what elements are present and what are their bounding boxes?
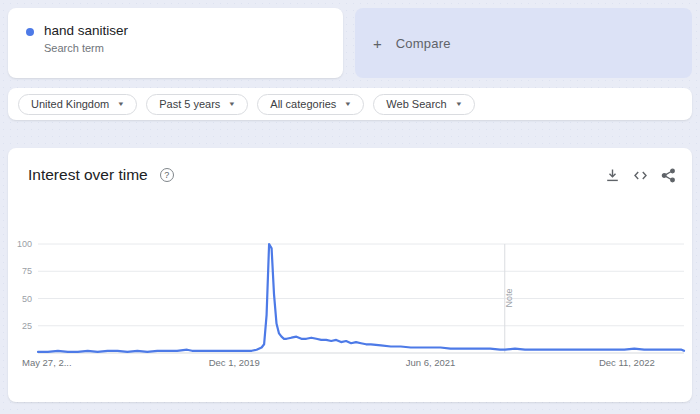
search-term-card[interactable]: hand sanitiser Search term — [8, 8, 343, 78]
add-comparison-button[interactable]: + Compare — [355, 8, 692, 78]
category-filter-label: All categories — [270, 98, 336, 110]
search-term-label: hand sanitiser — [44, 22, 128, 40]
interest-over-time-card: Interest over time ? — [8, 148, 692, 402]
svg-text:75: 75 — [22, 266, 32, 276]
compare-label: Compare — [396, 36, 451, 51]
search-type-filter-dropdown[interactable]: Web Search ▼ — [373, 94, 474, 115]
chevron-down-icon: ▼ — [117, 101, 125, 107]
time-range-filter-label: Past 5 years — [159, 98, 220, 110]
region-filter-label: United Kingdom — [31, 98, 109, 110]
svg-text:Jun 6, 2021: Jun 6, 2021 — [406, 357, 456, 368]
category-filter-dropdown[interactable]: All categories ▼ — [257, 94, 364, 115]
series-color-dot — [26, 28, 34, 36]
share-icon[interactable] — [661, 168, 676, 183]
help-icon[interactable]: ? — [160, 168, 174, 182]
plus-icon: + — [373, 35, 382, 52]
svg-text:May 27, 2...: May 27, 2... — [22, 357, 72, 368]
chevron-down-icon: ▼ — [228, 101, 236, 107]
search-type-filter-label: Web Search — [386, 98, 446, 110]
region-filter-dropdown[interactable]: United Kingdom ▼ — [18, 94, 137, 115]
chevron-down-icon: ▼ — [455, 101, 463, 107]
svg-text:25: 25 — [22, 321, 32, 331]
svg-text:100: 100 — [17, 239, 32, 249]
chevron-down-icon: ▼ — [344, 101, 352, 107]
svg-text:Dec 11, 2022: Dec 11, 2022 — [599, 357, 655, 368]
time-range-filter-dropdown[interactable]: Past 5 years ▼ — [146, 94, 248, 115]
chart-title: Interest over time — [28, 166, 148, 184]
svg-text:Dec 1, 2019: Dec 1, 2019 — [209, 357, 260, 368]
interest-over-time-chart[interactable]: 255075100NoteMay 27, 2...Dec 1, 2019Jun … — [8, 228, 692, 388]
svg-text:50: 50 — [22, 294, 32, 304]
svg-text:Note: Note — [504, 288, 514, 307]
embed-icon[interactable] — [633, 168, 648, 183]
search-term-type: Search term — [44, 42, 128, 54]
filter-bar: United Kingdom ▼ Past 5 years ▼ All cate… — [8, 88, 692, 120]
download-icon[interactable] — [605, 168, 620, 183]
